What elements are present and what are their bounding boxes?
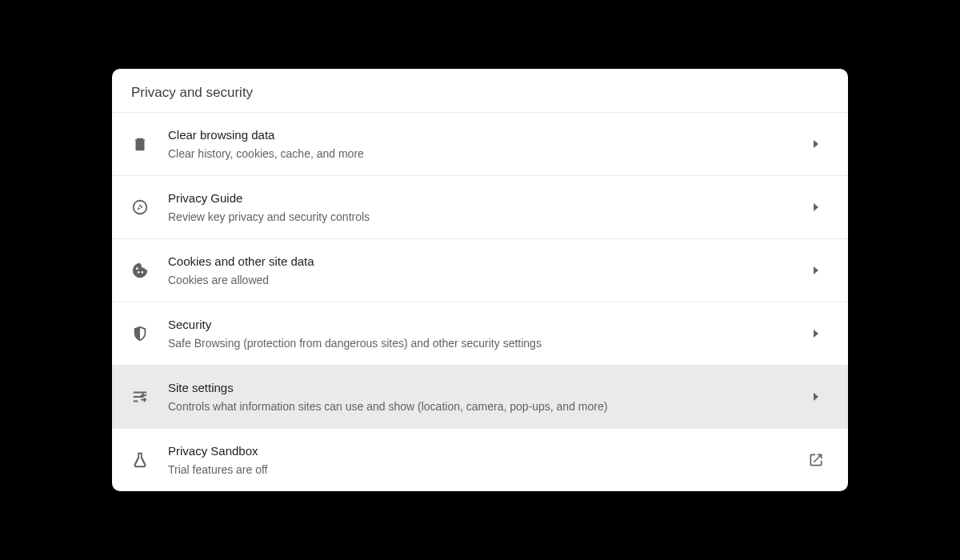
- row-title: Cookies and other site data: [168, 253, 806, 270]
- row-title: Privacy Sandbox: [168, 442, 806, 460]
- row-text: Cookies and other site data Cookies are …: [168, 253, 806, 288]
- row-title: Privacy Guide: [168, 190, 806, 207]
- chevron-right-icon: [806, 140, 826, 148]
- page-title: Privacy and security: [112, 69, 848, 112]
- row-cookies[interactable]: Cookies and other site data Cookies are …: [112, 239, 848, 302]
- row-subtitle: Safe Browsing (protection from dangerous…: [168, 335, 806, 351]
- row-title: Site settings: [168, 379, 806, 397]
- row-text: Privacy Guide Review key privacy and sec…: [168, 190, 806, 225]
- row-subtitle: Controls what information sites can use …: [168, 398, 806, 414]
- row-subtitle: Trial features are off: [168, 462, 806, 478]
- row-subtitle: Cookies are allowed: [168, 272, 806, 288]
- row-title: Security: [168, 316, 806, 334]
- flask-icon: [131, 451, 168, 469]
- row-security[interactable]: Security Safe Browsing (protection from …: [112, 302, 848, 366]
- row-subtitle: Clear history, cookies, cache, and more: [168, 146, 806, 162]
- chevron-right-icon: [806, 266, 826, 274]
- row-clear-browsing-data[interactable]: Clear browsing data Clear history, cooki…: [112, 113, 848, 176]
- row-privacy-guide[interactable]: Privacy Guide Review key privacy and sec…: [112, 176, 848, 239]
- chevron-right-icon: [806, 393, 826, 401]
- row-text: Site settings Controls what information …: [168, 379, 806, 414]
- trash-icon: [131, 135, 168, 153]
- row-privacy-sandbox[interactable]: Privacy Sandbox Trial features are off: [112, 429, 848, 491]
- privacy-security-card: Privacy and security Clear browsing data…: [112, 69, 848, 491]
- row-site-settings[interactable]: Site settings Controls what information …: [112, 366, 848, 429]
- cookie-icon: [131, 262, 168, 279]
- sliders-icon: [131, 388, 168, 406]
- row-text: Privacy Sandbox Trial features are off: [168, 442, 806, 478]
- row-text: Clear browsing data Clear history, cooki…: [168, 126, 806, 162]
- compass-icon: [131, 198, 168, 216]
- row-title: Clear browsing data: [168, 126, 806, 144]
- row-subtitle: Review key privacy and security controls: [168, 209, 806, 225]
- chevron-right-icon: [806, 330, 826, 338]
- chevron-right-icon: [806, 203, 826, 211]
- shield-icon: [131, 325, 168, 342]
- row-text: Security Safe Browsing (protection from …: [168, 316, 806, 351]
- settings-list: Clear browsing data Clear history, cooki…: [112, 112, 848, 491]
- external-link-icon: [806, 452, 826, 468]
